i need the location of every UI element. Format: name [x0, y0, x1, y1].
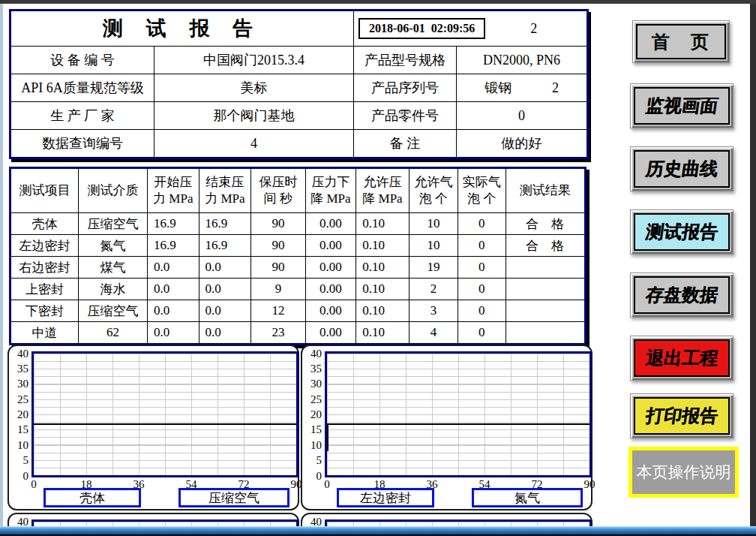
test-report-screen: { "report": { "title": "测 试 报 告", "datet… [0, 0, 756, 536]
cell: 0.10 [356, 257, 410, 279]
y-tick: 10 [9, 438, 28, 452]
plot-area [32, 351, 298, 477]
cell: 0.0 [199, 322, 251, 345]
print-report-button-label: 打印报告 [644, 404, 719, 428]
cell: 氮气 [79, 235, 148, 257]
y-tick: 30 [302, 377, 322, 390]
table-row-shell: 壳体 压缩空气 16.9 16.9 90 0.00 0.10 10 0 合 格 [10, 213, 586, 235]
cell: 0.0 [199, 279, 251, 300]
page-help-button[interactable]: 本页操作说明 [628, 447, 739, 498]
cell: 10 [409, 235, 458, 257]
cell: 0 [458, 257, 506, 279]
label-device-number: 设 备 编 号 [10, 47, 154, 74]
col-header-allowed-drop: 允许压 降 MPa [356, 168, 410, 213]
cell: 9 [251, 279, 306, 300]
monitor-screen-button[interactable]: 监视画面 [630, 83, 734, 128]
cell: 0.00 [305, 257, 356, 279]
table-row-left-seal: 左边密封 氮气 16.9 16.9 90 0.00 0.10 10 0 合 格 [10, 235, 586, 257]
cell: 62 [79, 322, 148, 345]
cell: 下密封 [10, 300, 79, 322]
col-header-end-pressure: 结束压 力 MPa [199, 168, 251, 213]
pressure-rise-segment [327, 423, 328, 451]
test-result-table: 测试项目 测试介质 开始压 力 MPa 结束压 力 MPa 保压时 间 秒 压力… [9, 167, 586, 345]
cell: 0 [458, 322, 506, 345]
print-report-button[interactable]: 打印报告 [630, 393, 734, 438]
y-tick: 20 [9, 408, 28, 421]
value-part-number: 0 [457, 102, 588, 130]
exit-project-button-label: 退出工程 [644, 346, 719, 370]
chart-item-label: 壳体 [44, 488, 141, 507]
cell: 2 [409, 279, 458, 300]
y-tick: 5 [9, 453, 28, 467]
y-tick: 10 [302, 438, 322, 452]
window-top-border [0, 0, 756, 4]
home-button[interactable]: 首 页 [632, 20, 730, 63]
cell: 0.00 [305, 322, 356, 345]
cell: 12 [251, 300, 306, 322]
cell-result [506, 257, 585, 279]
cell: 0.00 [305, 300, 356, 322]
col-header-allowed-bubbles: 允许气 泡 个 [409, 168, 458, 213]
label-manufacturer: 生 产 厂 家 [10, 102, 154, 130]
cell: 0.10 [356, 322, 410, 345]
chart-item-label: 左边密封 [337, 488, 434, 507]
y-tick: 25 [302, 393, 322, 406]
cell: 90 [251, 235, 306, 257]
cell: 0 [458, 213, 506, 235]
y-tick: 25 [9, 393, 28, 406]
cell: 左边密封 [10, 235, 79, 257]
cell: 0.10 [356, 213, 410, 235]
test-table-header-row: 测试项目 测试介质 开始压 力 MPa 结束压 力 MPa 保压时 间 秒 压力… [10, 168, 586, 213]
saved-data-button-label: 存盘数据 [644, 283, 719, 307]
cell: 壳体 [10, 213, 79, 235]
test-report-button[interactable]: 测试报告 [630, 209, 734, 254]
value-serial-number: 锻钢 2 [457, 74, 588, 102]
test-report-button-label: 测试报告 [644, 220, 719, 244]
value-api-grade: 美标 [154, 74, 354, 102]
history-curve-button-label: 历史曲线 [644, 157, 719, 181]
value-device-number: 中国阀门2015.3.4 [154, 47, 354, 74]
table-row-middle: 中道 62 0.0 0.0 23 0.00 0.10 4 0 [10, 322, 586, 345]
history-curve-button[interactable]: 历史曲线 [630, 146, 734, 191]
cell: 0.0 [199, 257, 251, 279]
cell: 0.00 [305, 279, 356, 300]
cell-result [506, 322, 585, 345]
y-tick: 20 [302, 408, 322, 421]
label-part-number: 产品零件号 [354, 102, 457, 130]
saved-data-button[interactable]: 存盘数据 [630, 273, 734, 318]
cell: 19 [409, 257, 458, 279]
monitor-screen-button-label: 监视画面 [644, 94, 719, 118]
table-row-top-seal: 上密封 海水 0.0 0.0 9 0.00 0.10 2 0 [10, 279, 586, 300]
y-tick: 5 [302, 453, 322, 467]
table-row-right-seal: 右边密封 煤气 0.0 0.0 90 0.00 0.10 19 0 [10, 257, 586, 279]
chart-left-seal: 40 35 30 25 20 15 10 5 0 0 18 36 54 72 9… [301, 345, 592, 510]
cell: 0 [458, 235, 506, 257]
y-tick: 35 [9, 362, 28, 375]
y-tick: 15 [9, 423, 28, 436]
cell: 上密封 [10, 279, 79, 300]
cell: 海水 [79, 279, 148, 300]
cell: 0.10 [356, 279, 410, 300]
cell: 10 [409, 213, 458, 235]
col-header-actual-bubbles: 实际气 泡 个 [458, 168, 506, 213]
window-right-border [750, 4, 756, 526]
cell: 压缩空气 [79, 213, 148, 235]
value-manufacturer: 那个阀门基地 [154, 102, 354, 130]
taskbar-edge [0, 526, 756, 536]
exit-project-button[interactable]: 退出工程 [630, 336, 734, 381]
cell: 16.9 [148, 235, 200, 257]
col-header-hold-time: 保压时 间 秒 [251, 168, 306, 213]
pressure-curve [34, 423, 296, 425]
col-header-test-medium: 测试介质 [79, 168, 148, 213]
label-query-number: 数据查询编号 [10, 130, 154, 158]
chart-shell: 40 35 30 25 20 15 10 5 0 0 18 36 54 72 9… [8, 345, 299, 510]
cell: 中道 [10, 322, 79, 345]
datetime-display: 2018-06-01 02:09:56 [358, 18, 485, 39]
label-api-grade: API 6A质量规范等级 [10, 74, 154, 102]
cell: 16.9 [199, 213, 251, 235]
cell: 0.0 [199, 300, 251, 322]
col-header-test-result: 测试结果 [506, 168, 585, 213]
cell: 0.10 [356, 235, 410, 257]
col-header-start-pressure: 开始压 力 MPa [148, 168, 200, 213]
col-header-pressure-drop: 压力下 降 MPa [305, 168, 356, 213]
